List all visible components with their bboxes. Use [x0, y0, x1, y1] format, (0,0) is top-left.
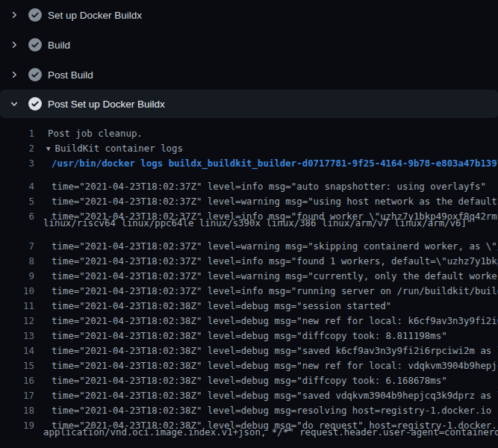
log-text: application/vnd.oci.image.index.v1+json,…: [34, 425, 498, 440]
step-row-set-up-docker-buildx[interactable]: Set up Docker Buildx: [0, 0, 498, 30]
log-text: time="2021-04-23T18:02:38Z" level=debug …: [34, 403, 491, 410]
check-circle-icon: [28, 68, 42, 81]
line-number[interactable]: 8: [0, 254, 34, 261]
line-number[interactable]: 14: [0, 343, 34, 350]
log-line: 3/usr/bin/docker logs buildx_buildkit_bu…: [0, 156, 498, 171]
log-text: time="2021-04-23T18:02:37Z" level=info m…: [34, 209, 498, 216]
log-line: 20time="2021-04-23T18:02:38Z" level=debu…: [0, 440, 498, 448]
line-number[interactable]: 6: [0, 209, 34, 216]
line-number[interactable]: 18: [0, 403, 34, 410]
line-number[interactable]: 9: [0, 269, 34, 276]
log-text: time="2021-04-23T18:02:38Z" level=debug …: [34, 373, 447, 380]
log-text: time="2021-04-23T18:02:38Z" level=debug …: [34, 388, 498, 395]
chevron-right-icon: [9, 9, 19, 21]
log-text: time="2021-04-23T18:02:37Z" level=warnin…: [34, 239, 498, 246]
line-number[interactable]: 5: [0, 194, 34, 201]
check-circle-icon: [28, 97, 42, 111]
line-number[interactable]: 12: [0, 314, 34, 320]
step-row-build[interactable]: Build: [0, 30, 498, 60]
log-text: time="2021-04-23T18:02:38Z" level=debug …: [34, 343, 498, 350]
group-toggle-icon[interactable]: ▼: [46, 141, 50, 156]
step-label: Post Set up Docker Buildx: [48, 99, 165, 110]
chevron-right-icon: [9, 39, 19, 51]
line-number[interactable]: 2: [0, 141, 34, 156]
line-number[interactable]: 15: [0, 358, 34, 365]
step-label: Build: [48, 40, 70, 51]
chevron-right-icon: [9, 69, 19, 81]
log-line: 4time="2021-04-23T18:02:37Z" level=info …: [0, 171, 498, 186]
log-viewer: 1Post job cleanup.2▼BuildKit container l…: [0, 118, 498, 448]
line-number: [0, 216, 34, 231]
log-command-text: /usr/bin/docker logs buildx_buildkit_bui…: [34, 156, 498, 171]
check-circle-icon: [28, 38, 42, 52]
log-text: time="2021-04-23T18:02:37Z" level=info m…: [34, 179, 486, 186]
step-row-post-build[interactable]: Post Build: [0, 60, 498, 90]
line-number[interactable]: 3: [0, 156, 34, 171]
log-text: time="2021-04-23T18:02:38Z" level=debug …: [34, 314, 498, 320]
log-text: time="2021-04-23T18:02:38Z" level=debug …: [34, 418, 498, 425]
step-label: Post Build: [48, 69, 93, 81]
log-line: application/vnd.oci.image.index.v1+json,…: [0, 425, 498, 440]
log-text: linux/riscv64 linux/ppc64le linux/s390x …: [34, 216, 472, 231]
log-text: time="2021-04-23T18:02:38Z" level=debug …: [34, 329, 447, 335]
step-list: Set up Docker Buildx Build Post Build Po…: [0, 0, 498, 118]
log-line: 1Post job cleanup.: [0, 126, 498, 141]
chevron-down-icon: [9, 98, 19, 110]
log-text: time="2021-04-23T18:02:38Z" level=debug …: [34, 299, 391, 305]
line-number[interactable]: 10: [0, 284, 34, 290]
line-number[interactable]: 1: [0, 126, 34, 141]
log-text: time="2021-04-23T18:02:37Z" level=warnin…: [34, 194, 498, 201]
log-line: linux/riscv64 linux/ppc64le linux/s390x …: [0, 216, 498, 231]
step-label: Set up Docker Buildx: [48, 10, 142, 21]
step-row-post-set-up-docker-buildx[interactable]: Post Set up Docker Buildx: [0, 90, 498, 118]
line-number[interactable]: 7: [0, 239, 34, 246]
log-text: time="2021-04-23T18:02:37Z" level=info m…: [34, 284, 498, 290]
log-text[interactable]: ▼BuildKit container logs: [34, 141, 183, 156]
check-circle-icon: [28, 8, 42, 22]
log-text: time="2021-04-23T18:02:37Z" level=warnin…: [34, 269, 498, 276]
line-number[interactable]: 13: [0, 329, 34, 335]
log-text: time="2021-04-23T18:02:37Z" level=info m…: [34, 254, 498, 261]
line-number[interactable]: 11: [0, 299, 34, 305]
line-number[interactable]: 16: [0, 373, 34, 380]
log-line: 2▼BuildKit container logs: [0, 141, 498, 156]
log-text: Post job cleanup.: [34, 126, 143, 141]
log-line: 7time="2021-04-23T18:02:37Z" level=warni…: [0, 231, 498, 246]
line-number: [0, 425, 34, 440]
log-text: time="2021-04-23T18:02:38Z" level=debug …: [34, 358, 498, 365]
line-number[interactable]: 17: [0, 388, 34, 395]
line-number[interactable]: 19: [0, 418, 34, 425]
line-number[interactable]: 4: [0, 179, 34, 186]
